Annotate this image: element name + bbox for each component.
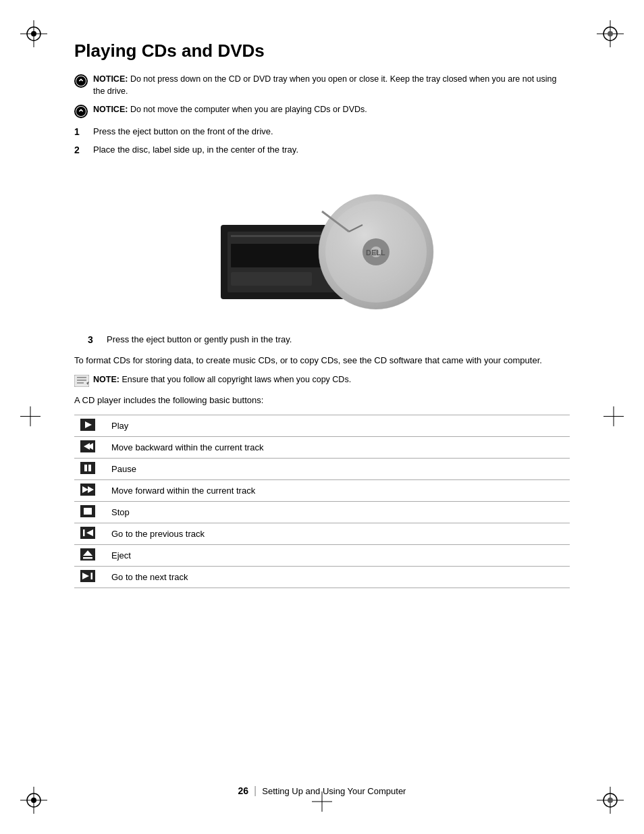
format-text: To format CDs for storing data, to creat…: [74, 354, 570, 367]
notice-1-label: NOTICE:: [93, 74, 128, 84]
svg-rect-65: [91, 573, 93, 579]
button-description: Move backward within the current track: [108, 437, 570, 459]
button-icon-cell: [74, 459, 108, 480]
notice-2-text: NOTICE: Do not move the computer when yo…: [93, 104, 367, 116]
notice-1-block: NOTICE: Do not press down on the CD or D…: [74, 74, 570, 97]
step-3-num: 3: [88, 333, 107, 347]
note-icon: [74, 375, 89, 387]
table-row: Play: [74, 415, 570, 437]
svg-point-20: [76, 76, 86, 86]
button-description: Go to the previous track: [108, 523, 570, 545]
intro-buttons-text: A CD player includes the following basic…: [74, 394, 570, 407]
svg-rect-63: [83, 557, 92, 559]
note-text: NOTE: Ensure that you follow all copyrig…: [93, 374, 351, 386]
svg-rect-57: [84, 508, 92, 515]
step-3-text: Press the eject button or gently push in…: [107, 333, 292, 347]
table-row: Go to the previous track: [74, 523, 570, 545]
svg-rect-51: [84, 465, 87, 471]
steps-list: 1 Press the eject button on the front of…: [74, 125, 570, 157]
step-3-list: 3 Press the eject button or gently push …: [88, 333, 570, 347]
svg-rect-41: [74, 375, 89, 387]
footer-page-num: 26: [238, 785, 249, 796]
step-2: 2 Place the disc, label side up, in the …: [74, 143, 570, 157]
svg-point-15: [608, 798, 613, 803]
svg-text:DELL: DELL: [366, 249, 385, 257]
step-1: 1 Press the eject button on the front of…: [74, 125, 570, 139]
notice-2-label: NOTICE:: [93, 105, 128, 114]
note-block: NOTE: Ensure that you follow all copyrig…: [74, 374, 570, 387]
bottom-center-mark: [312, 791, 332, 814]
button-icon-cell: [74, 502, 108, 523]
button-description: Play: [108, 415, 570, 437]
button-icon-cell: [74, 437, 108, 459]
step-2-text: Place the disc, label side up, in the ce…: [93, 143, 298, 157]
button-description: Pause: [108, 459, 570, 480]
svg-rect-25: [231, 272, 312, 286]
corner-mark-tr: [597, 20, 624, 47]
step-1-text: Press the eject button on the front of t…: [93, 125, 273, 139]
cd-image: DELL: [194, 171, 450, 319]
page-title: Playing CDs and DVDs: [74, 41, 570, 61]
table-row: Move forward within the current track: [74, 480, 570, 502]
button-description: Stop: [108, 502, 570, 523]
notice-1-icon: [74, 74, 88, 88]
table-row: Eject: [74, 545, 570, 567]
notice-2-icon: [74, 105, 88, 118]
step-3: 3 Press the eject button or gently push …: [88, 333, 570, 347]
side-mark-right: [603, 406, 624, 428]
footer-text: Setting Up and Using Your Computer: [262, 786, 406, 796]
svg-point-3: [31, 31, 36, 36]
side-mark-left: [20, 406, 41, 428]
button-icon-cell: [74, 480, 108, 502]
table-row: Pause: [74, 459, 570, 480]
note-body: Ensure that you follow all copyright law…: [122, 375, 351, 384]
svg-point-21: [76, 107, 86, 116]
page: Playing CDs and DVDs NOTICE: Do not pres…: [0, 0, 644, 834]
svg-point-7: [608, 31, 613, 36]
footer-separator: |: [254, 785, 257, 797]
cd-buttons-table: Play Move backward within the current tr…: [74, 415, 570, 588]
svg-point-11: [31, 798, 36, 803]
button-description: Go to the next track: [108, 567, 570, 588]
cd-image-container: DELL: [74, 171, 570, 319]
button-icon-cell: [74, 545, 108, 567]
step-1-num: 1: [74, 125, 93, 139]
button-description: Eject: [108, 545, 570, 567]
button-icon-cell: [74, 415, 108, 437]
notice-1-body: Do not press down on the CD or DVD tray …: [93, 74, 556, 96]
table-row: Move backward within the current track: [74, 437, 570, 459]
corner-mark-tl: [20, 20, 47, 47]
svg-rect-50: [80, 462, 95, 474]
table-row: Stop: [74, 502, 570, 523]
svg-rect-59: [83, 529, 85, 536]
notice-2-body: Do not move the computer when you are pl…: [130, 105, 367, 114]
step-2-num: 2: [74, 143, 93, 157]
button-icon-cell: [74, 523, 108, 545]
table-row: Go to the next track: [74, 567, 570, 588]
button-description: Move forward within the current track: [108, 480, 570, 502]
notice-2-block: NOTICE: Do not move the computer when yo…: [74, 104, 570, 118]
button-icon-cell: [74, 567, 108, 588]
note-label: NOTE:: [93, 375, 119, 384]
notice-1-text: NOTICE: Do not press down on the CD or D…: [93, 74, 570, 97]
svg-rect-52: [88, 465, 91, 471]
